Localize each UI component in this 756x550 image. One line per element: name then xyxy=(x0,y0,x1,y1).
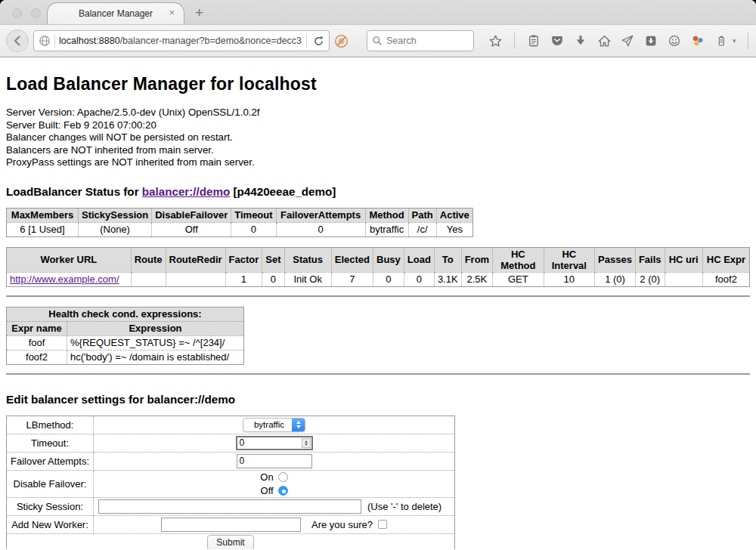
col-header: HC Method xyxy=(493,247,544,272)
cell-from: 2.5K xyxy=(461,272,493,286)
cell-expr-name: foof2 xyxy=(7,350,67,364)
cell-failoverattempts: 0 xyxy=(276,222,365,236)
col-header: From xyxy=(461,247,493,272)
server-version-line: Server Version: Apache/2.5.0-dev (Unix) … xyxy=(6,107,750,119)
toolbar-icons: ▾ xyxy=(488,32,756,49)
lbmethod-selected-value: bytraffic xyxy=(243,419,292,431)
cell-disablefailover: Off xyxy=(152,222,231,236)
cell-stickysession: (None) xyxy=(79,222,152,236)
col-header: MaxMembers xyxy=(7,208,79,222)
disable-failover-label: Disable Failover: xyxy=(7,470,94,497)
col-header: To xyxy=(434,247,461,272)
search-placeholder: Search xyxy=(386,36,417,46)
worker-table: Worker URL Route RouteRedir Factor Set S… xyxy=(6,247,750,287)
globe-icon xyxy=(39,35,51,47)
table-row: http://www.example.com/ 1 0 Init Ok 7 0 … xyxy=(7,272,750,286)
cell-method: bytraffic xyxy=(365,222,408,236)
toolbar-divider xyxy=(514,32,515,49)
tab-balancer-manager[interactable]: Balancer Manager × xyxy=(47,2,184,24)
col-header: Expression xyxy=(67,321,244,335)
chevron-down-icon[interactable]: ▾ xyxy=(733,37,736,45)
col-header: Timeout xyxy=(231,208,276,222)
search-icon xyxy=(372,36,383,46)
cell-expr-name: foof xyxy=(7,335,67,350)
sticky-session-hint: (Use '-' to delete) xyxy=(367,501,442,512)
cell-passes: 1 (0) xyxy=(595,272,636,286)
url-divider xyxy=(54,34,55,48)
table-row: foof2 hc('body') =~ /domain is establish… xyxy=(7,350,244,364)
server-built-line: Server Built: Feb 9 2016 07:00:20 xyxy=(6,119,750,132)
send-page-icon[interactable] xyxy=(620,33,635,48)
cell-hc-method: GET xyxy=(493,272,544,286)
cell-worker-url: http://www.example.com/ xyxy=(7,272,132,286)
url-path: /balancer-manager?b=demo&nonce=decc37be-… xyxy=(120,36,302,46)
battery-extension-icon[interactable] xyxy=(714,33,729,48)
cell-load: 0 xyxy=(404,272,434,286)
close-window-button[interactable] xyxy=(12,8,22,18)
bookmark-star-icon[interactable] xyxy=(488,33,503,48)
col-header: RouteRedir xyxy=(166,247,225,272)
cell-expression: %{REQUEST_STATUS} =~ /^[234]/ xyxy=(67,335,244,350)
back-button[interactable] xyxy=(6,29,29,52)
health-table-title: Health check cond. expressions: xyxy=(7,307,244,321)
cell-to: 3.1K xyxy=(434,272,461,286)
col-header: Status xyxy=(284,247,331,272)
are-you-sure-checkbox[interactable] xyxy=(378,520,387,529)
select-stepper-icon xyxy=(292,419,305,431)
cell-busy: 0 xyxy=(373,272,404,286)
col-header: HC uri xyxy=(665,247,702,272)
minimize-window-button[interactable] xyxy=(31,8,41,18)
divider xyxy=(6,373,750,375)
cell-maxmembers: 6 [1 Used] xyxy=(7,222,79,236)
url-bar[interactable]: localhost:8880/balancer-manager?b=demo&n… xyxy=(33,30,330,51)
cell-expression: hc('body') =~ /domain is established/ xyxy=(67,350,244,364)
form-row-submit: Submit xyxy=(7,533,455,549)
page-title: Load Balancer Manager for localhost xyxy=(6,57,750,94)
sticky-session-input[interactable] xyxy=(98,499,361,514)
col-header: Load xyxy=(404,247,434,272)
form-row-add-worker: Add New Worker: Are you sure? xyxy=(7,515,455,533)
worker-url-link[interactable]: http://www.example.com/ xyxy=(10,273,119,285)
form-row-timeout: Timeout: xyxy=(7,434,455,452)
lbmethod-select[interactable]: bytraffic xyxy=(243,418,305,432)
new-tab-button[interactable]: + xyxy=(195,5,203,21)
url-text[interactable]: localhost:8880/balancer-manager?b=demo&n… xyxy=(59,36,302,46)
pocket-icon[interactable] xyxy=(550,33,565,48)
tab-bar: Balancer Manager × + xyxy=(0,0,756,24)
col-header: Passes xyxy=(595,247,636,272)
failover-attempts-input[interactable] xyxy=(237,454,312,468)
cell-active: Yes xyxy=(436,222,472,236)
col-header: Active xyxy=(436,208,472,222)
col-header: Busy xyxy=(373,247,404,272)
content-block-icon[interactable] xyxy=(334,33,349,48)
table-header-row: Expr name Expression xyxy=(7,321,244,335)
timeout-label: Timeout: xyxy=(7,434,94,452)
failover-on-radio[interactable] xyxy=(278,472,288,482)
loadbalancer-status-heading: LoadBalancer Status for balancer://demo … xyxy=(6,185,750,198)
col-header: Set xyxy=(262,247,284,272)
balancer-demo-link[interactable]: balancer://demo xyxy=(142,185,230,198)
reading-list-icon[interactable] xyxy=(526,33,541,48)
feedback-smiley-icon[interactable] xyxy=(667,33,682,48)
downloads-icon[interactable] xyxy=(573,33,588,48)
home-icon[interactable] xyxy=(596,33,612,48)
reload-icon[interactable] xyxy=(311,33,326,48)
submit-button[interactable]: Submit xyxy=(207,535,253,549)
col-header: HC Expr xyxy=(702,247,749,272)
form-row-failover-attempts: Failover Attempts: xyxy=(7,452,455,470)
add-worker-input[interactable] xyxy=(161,518,301,532)
status-heading-prefix: LoadBalancer Status for xyxy=(6,185,142,198)
cell-hc-expr: foof2 xyxy=(702,272,749,286)
extension-colordots-icon[interactable] xyxy=(690,33,705,48)
table-row: foof %{REQUEST_STATUS} =~ /^[234]/ xyxy=(7,335,244,350)
table-header-row: Worker URL Route RouteRedir Factor Set S… xyxy=(7,247,750,272)
failover-off-radio[interactable] xyxy=(278,486,288,496)
save-to-device-icon[interactable] xyxy=(643,33,658,48)
col-header: Factor xyxy=(225,247,262,272)
search-bar[interactable]: Search xyxy=(367,30,474,51)
number-spinner-icon[interactable] xyxy=(302,438,311,448)
tab-close-icon[interactable]: × xyxy=(169,8,175,17)
health-check-table: Health check cond. expressions: Expr nam… xyxy=(6,307,244,365)
persist-note-line: Balancer changes will NOT be persisted o… xyxy=(6,131,750,144)
browser-window: Balancer Manager × + localhost:8880/bala… xyxy=(0,0,756,550)
